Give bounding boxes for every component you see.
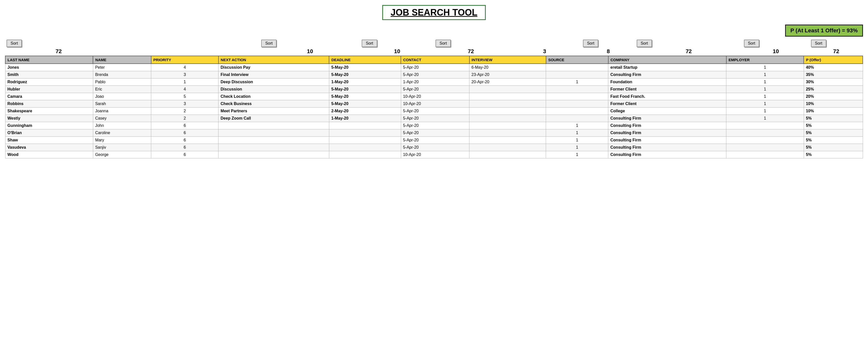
sort-contact-button[interactable]: Sort [435,40,451,47]
col-header-poffer: P (Offer) [804,56,863,64]
table-row: GunninghamJohn65-Apr-201Consulting Firm5… [5,122,863,129]
cell-company: Foundation [608,78,726,86]
cell-deadline: 5-May-20 [329,71,401,78]
cell-interview: 6-May-20 [469,64,546,71]
table-row: SmithBrenda3Final Interview5-May-205-Apr… [5,71,863,78]
cell-employer [726,129,804,137]
cell-poffer: 5% [804,129,863,137]
cell-priority: 6 [151,129,218,137]
table-row: HublerEric4Discussion5-May-205-Apr-20For… [5,86,863,93]
cell-interview [469,108,546,115]
sort-next-action-button[interactable]: Sort [261,40,277,47]
col-header-name: NAME [93,56,151,64]
cell-interview: 23-Apr-20 [469,71,546,78]
cell-poffer: 5% [804,144,863,151]
cell-last_name: Shakespeare [5,108,93,115]
cell-source [546,108,608,115]
sort-employer-button[interactable]: Sort [744,40,759,47]
cell-employer: 1 [726,108,804,115]
cell-interview [469,129,546,137]
cell-source: 1 [546,78,608,86]
count-employer: 10 [742,48,809,55]
cell-last_name: Robbins [5,100,93,108]
cell-priority: 4 [151,86,218,93]
cell-last_name: Hubler [5,86,93,93]
sort-deadline-button[interactable]: Sort [362,40,377,47]
cell-deadline: 5-May-20 [329,100,401,108]
cell-contact: 5-Apr-20 [401,122,469,129]
cell-next_action [218,144,329,151]
cell-last_name: Vasudeva [5,144,93,151]
count-company: 72 [635,48,742,55]
cell-priority: 6 [151,151,218,158]
cell-source: 1 [546,151,608,158]
cell-last_name: Jones [5,64,93,71]
cell-last_name: Westly [5,115,93,122]
cell-employer: 1 [726,64,804,71]
cell-company: Former Client [608,86,726,93]
cell-poffer: 25% [804,86,863,93]
count-last-name: 72 [5,48,112,55]
cell-employer [726,144,804,151]
cell-interview [469,86,546,93]
cell-name: Sanjiv [93,144,151,151]
cell-name: George [93,151,151,158]
cell-source [546,115,608,122]
cell-employer [726,137,804,144]
col-header-interview: INTERVIEW [469,56,546,64]
cell-employer: 1 [726,71,804,78]
cell-next_action [218,151,329,158]
cell-source: 1 [546,122,608,129]
cell-interview [469,93,546,100]
cell-deadline: 5-May-20 [329,93,401,100]
cell-priority: 6 [151,144,218,151]
cell-source [546,100,608,108]
cell-name: Pablo [93,78,151,86]
cell-next_action: Deep Discussion [218,78,329,86]
cell-interview [469,122,546,129]
sort-company-button[interactable]: Sort [637,40,652,47]
cell-deadline [329,122,401,129]
cell-name: Sarah [93,100,151,108]
cell-company: Former Client [608,100,726,108]
table-row: ShakespeareJoanna2Meet Partners2-May-205… [5,108,863,115]
cell-employer: 1 [726,86,804,93]
cell-interview: 20-Apr-20 [469,78,546,86]
cell-next_action: Check Location [218,93,329,100]
sort-poffer-button[interactable]: Sort [811,40,826,47]
cell-contact: 5-Apr-20 [401,144,469,151]
cell-priority: 5 [151,93,218,100]
probability-badge: P (At Least 1 Offer) = 93% [785,25,863,37]
cell-poffer: 10% [804,100,863,108]
cell-priority: 2 [151,108,218,115]
cell-source: 1 [546,144,608,151]
cell-poffer: 40% [804,64,863,71]
sort-source-button[interactable]: Sort [583,40,598,47]
table-row: JonesPeter4Discussion Pay5-May-205-Apr-2… [5,64,863,71]
count-priority [199,48,260,55]
cell-priority: 3 [151,100,218,108]
cell-source [546,71,608,78]
col-header-contact: CONTACT [401,56,469,64]
cell-source [546,86,608,93]
cell-priority: 4 [151,64,218,71]
cell-employer [726,122,804,129]
cell-poffer: 35% [804,71,863,78]
cell-name: Casey [93,115,151,122]
cell-employer: 1 [726,78,804,86]
cell-employer: 1 [726,100,804,108]
cell-company: eretail Startup [608,64,726,71]
cell-interview [469,115,546,122]
cell-interview [469,151,546,158]
cell-last_name: Wood [5,151,93,158]
cell-contact: 1-Apr-20 [401,78,469,86]
cell-company: Consulting Firm [608,137,726,144]
cell-contact: 5-Apr-20 [401,71,469,78]
cell-next_action: Meet Partners [218,108,329,115]
cell-last_name: O'Brian [5,129,93,137]
sort-last-name-button[interactable]: Sort [6,40,22,47]
cell-deadline: 2-May-20 [329,108,401,115]
table-row: VasudevaSanjiv65-Apr-201Consulting Firm5… [5,144,863,151]
cell-company: Consulting Firm [608,71,726,78]
cell-employer: 1 [726,93,804,100]
